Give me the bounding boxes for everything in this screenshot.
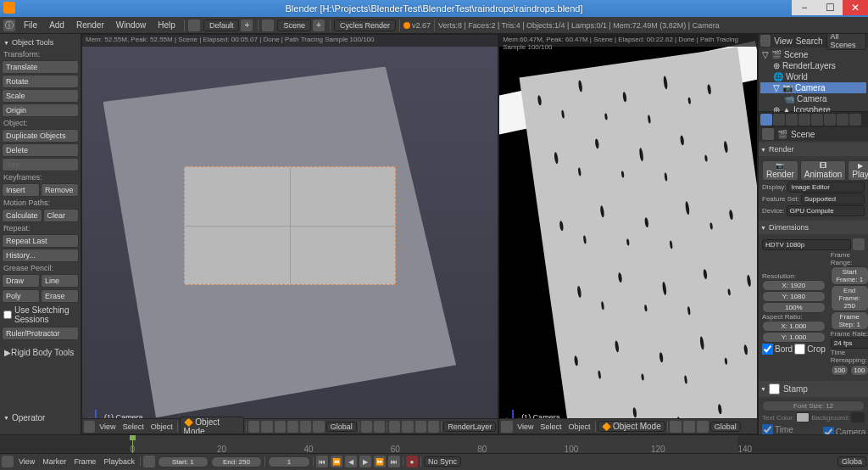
manipulator-icon[interactable] [697, 421, 709, 433]
tree-item-scene[interactable]: ▽🎬Scene [760, 49, 866, 60]
menu-select[interactable]: Select [120, 422, 147, 431]
res-x-input[interactable]: X: 1920 [762, 280, 826, 291]
global-dropdown[interactable]: Globa [837, 456, 866, 467]
rigid-body-header[interactable]: ▶ Rigid Body Tools [2, 345, 79, 360]
screen-icon[interactable] [188, 20, 200, 31]
tab-physics[interactable] [849, 114, 861, 126]
tab-world[interactable] [798, 114, 810, 126]
menu-render[interactable]: Render [71, 19, 109, 31]
scale-button[interactable]: Scale [2, 89, 79, 103]
tab-render[interactable] [760, 114, 772, 126]
tree-item-world[interactable]: 🌐World [760, 71, 866, 82]
play-reverse-icon[interactable]: ◀ [345, 456, 357, 467]
font-size-input[interactable]: Font Size: 12 [762, 400, 865, 411]
keyframe-prev-icon[interactable]: ⏪ [331, 456, 342, 467]
screen-layout-dropdown[interactable]: Default [203, 20, 240, 31]
feature-dropdown[interactable]: Supported [801, 193, 865, 204]
play-button[interactable]: ▶ Play [848, 160, 868, 181]
preset-add-icon[interactable] [853, 238, 865, 250]
transform-icon[interactable] [313, 421, 324, 433]
update-indicator-icon[interactable] [403, 22, 410, 29]
manipulator-icon[interactable] [275, 421, 286, 433]
stamp-camera-checkbox[interactable] [823, 427, 834, 434]
ruler-button[interactable]: Ruler/Protractor [2, 327, 79, 340]
editor-type-icon[interactable]: ⓘ [3, 20, 15, 31]
tab-data[interactable] [837, 114, 849, 126]
start-frame-input[interactable]: Start: 1 [158, 456, 209, 467]
render-engine-dropdown[interactable]: Cycles Render [334, 20, 396, 31]
scene-dropdown[interactable]: Scene [277, 20, 311, 31]
menu-file[interactable]: File [19, 19, 42, 31]
stamp-time-checkbox[interactable] [762, 424, 773, 434]
tab-object[interactable] [811, 114, 823, 126]
stamp-section[interactable]: Stamp [759, 381, 868, 397]
border-checkbox[interactable] [762, 344, 773, 355]
layer-icon[interactable] [374, 421, 385, 433]
erase-button[interactable]: Erase [41, 289, 79, 303]
origin-button[interactable]: Origin [2, 104, 79, 117]
tab-renderlayers[interactable] [773, 114, 785, 126]
menu-object[interactable]: Object [148, 422, 175, 431]
text-color-swatch[interactable] [796, 412, 810, 422]
mode-dropdown[interactable]: 🔶 Object Mode [598, 421, 665, 432]
render-icon[interactable] [402, 421, 413, 433]
pivot-icon[interactable] [683, 421, 695, 433]
sketching-checkbox[interactable]: Use Sketching Sessions [2, 304, 79, 326]
calculate-button[interactable]: Calculate [2, 209, 42, 222]
join-button[interactable]: Join [2, 158, 79, 171]
poly-button[interactable]: Poly [2, 289, 40, 303]
tab-constraints[interactable] [824, 114, 836, 126]
history-button[interactable]: History... [2, 249, 79, 262]
keyframe-next-icon[interactable]: ⏩ [374, 456, 386, 467]
translate-button[interactable]: Translate [2, 60, 79, 74]
render-button[interactable]: 📷 Render [762, 160, 798, 181]
start-frame-input[interactable]: Start Frame: 1 [831, 266, 868, 285]
object-tools-header[interactable]: Object Tools [2, 36, 79, 49]
dimensions-section[interactable]: Dimensions [759, 221, 868, 234]
repeat-last-button[interactable]: Repeat Last [2, 234, 79, 248]
jump-end-icon[interactable]: ⏭ [388, 456, 400, 467]
shading-icon[interactable] [248, 421, 259, 433]
frame-step-input[interactable]: Frame Step: 1 [831, 311, 868, 330]
draw-button[interactable]: Draw [2, 274, 40, 288]
menu-search[interactable]: Search [796, 36, 823, 46]
menu-object[interactable]: Object [566, 422, 593, 431]
menu-view[interactable]: View [515, 422, 536, 431]
display-mode-dropdown[interactable]: All Scenes [826, 34, 866, 50]
maximize-button[interactable]: ☐ [817, 0, 843, 15]
minimize-button[interactable]: − [792, 0, 817, 15]
tree-item-camera[interactable]: ▽📷Camera [760, 82, 866, 93]
device-dropdown[interactable]: GPU Compute [787, 205, 865, 216]
orientation-dropdown[interactable]: Global [710, 422, 741, 432]
autokey-icon[interactable]: ● [406, 456, 418, 467]
menu-window[interactable]: Window [111, 19, 152, 31]
end-frame-input[interactable]: End Frame: 250 [831, 285, 868, 311]
scene-add-icon[interactable]: + [241, 20, 253, 31]
range-icon[interactable] [143, 456, 155, 467]
new-input[interactable]: 100 [850, 365, 868, 376]
editor-type-icon[interactable] [762, 128, 774, 140]
render-icon[interactable] [428, 421, 439, 433]
animation-button[interactable]: 🎞 Animation [800, 160, 846, 181]
renderlayer-dropdown[interactable]: RenderLayer [443, 422, 496, 432]
shading-icon[interactable] [670, 421, 682, 433]
fps-dropdown[interactable]: 24 fps [831, 338, 868, 349]
insert-keyframe-button[interactable]: Insert [2, 183, 40, 197]
duplicate-button[interactable]: Duplicate Objects [2, 129, 79, 143]
aspect-y-input[interactable]: Y: 1.000 [762, 332, 826, 343]
mode-dropdown[interactable]: 🔶 Object Mode [180, 417, 245, 435]
res-y-input[interactable]: Y: 1080 [762, 291, 826, 302]
jump-start-icon[interactable]: ⏮ [316, 456, 328, 467]
menu-select[interactable]: Select [537, 422, 564, 431]
operator-header[interactable]: Operator [2, 411, 79, 425]
orientation-dropdown[interactable]: Global [326, 422, 357, 432]
aspect-x-input[interactable]: X: 1.000 [762, 321, 826, 332]
line-button[interactable]: Line [41, 274, 79, 288]
tree-item-camera-data[interactable]: 📹Camera [760, 93, 866, 104]
scene-add-icon[interactable]: + [313, 20, 325, 31]
menu-add[interactable]: Add [44, 19, 70, 31]
editor-type-icon[interactable] [501, 421, 513, 433]
old-input[interactable]: 100 [831, 365, 849, 376]
viewport-right[interactable]: Mem:60.47M, Peak: 60.47M | Scene | Elaps… [498, 34, 758, 434]
render-icon[interactable] [415, 421, 426, 433]
